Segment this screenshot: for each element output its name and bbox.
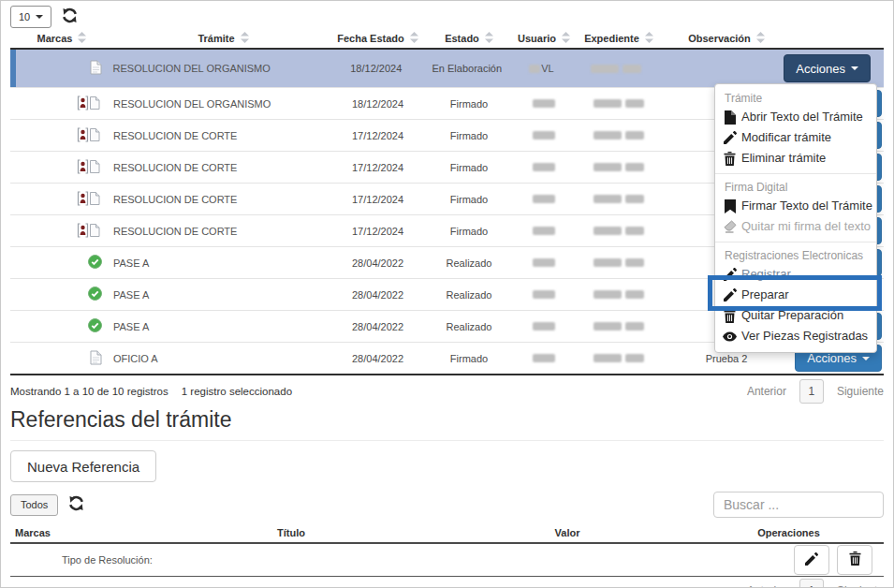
menu-section-header: Registraciones Electronicas [715,247,876,264]
redacted-usuario [533,354,555,362]
redacted-expediente [625,290,644,299]
column-header: Operaciones [694,527,884,538]
table-toolbar: 10 [10,7,884,27]
marcas-cell [10,120,113,151]
pagination-page-1[interactable]: 1 [799,579,824,588]
column-header[interactable]: Marcas [10,32,113,45]
new-reference-button[interactable]: Nueva Referencia [10,450,156,482]
column-header: Marcas [10,527,141,538]
redacted-expediente [625,322,644,331]
pagination-prev[interactable]: Anterior [747,584,786,588]
edit-reference-button[interactable] [794,545,829,575]
expediente-cell [572,184,666,214]
usuario-text: VL [541,63,553,74]
menu-item-firmar-texto-del-tr-mite[interactable]: Firmar Texto del Trámite [715,196,876,216]
page-size-select[interactable]: 10 [10,6,51,28]
tramites-page: 10 MarcasTrámiteFecha EstadoEstadoUsuari… [0,0,894,588]
sort-icon [485,32,493,45]
redacted-expediente [594,354,622,362]
menu-item-ver-piezas-registradas[interactable]: Ver Piezas Registradas [715,326,876,346]
table-row[interactable]: RESOLUCION DEL ORGANISMO18/12/2024En Ela… [10,50,884,87]
menu-item-registrar[interactable]: Registrar [715,264,876,285]
estado-cell: Firmado [422,215,516,246]
check-circle-icon [88,318,102,334]
references-table-header: MarcasTítuloValorOperaciones [10,523,884,544]
pencil-icon [723,268,737,281]
sort-icon [562,32,570,45]
pencil-icon [805,552,818,568]
tramite-cell: PASE A [113,247,333,278]
usuario-cell [516,88,572,119]
todos-filter-button[interactable]: Todos [10,494,58,516]
tramite-cell: RESOLUCION DEL ORGANISMO [113,50,332,87]
pagination-prev[interactable]: Anterior [747,385,786,398]
signed-document-icon [77,223,102,240]
sort-icon [756,32,765,45]
refresh-button[interactable] [61,7,79,27]
column-header[interactable]: Fecha Estado [333,32,422,45]
pagination: Anterior 1 Siguiente [747,379,884,404]
search-input[interactable] [713,492,884,518]
redacted-usuario [533,163,555,171]
fecha-estado-cell: 28/04/2022 [333,343,422,374]
sort-icon [78,32,86,45]
eraser-icon [723,220,737,233]
redacted-expediente [591,65,619,73]
column-header[interactable]: Trámite [113,32,333,45]
menu-item-modificar-tr-mite[interactable]: Modificar trámite [715,127,876,148]
usuario-cell [516,279,572,310]
usuario-cell [516,184,572,214]
estado-cell: Realizado [422,247,516,278]
pagination-next[interactable]: Siguiente [837,584,884,588]
chevron-down-icon [36,15,43,19]
pencil-icon [723,131,737,144]
expediente-cell [572,215,666,246]
marcas-cell [10,279,113,310]
redacted-usuario [533,131,555,140]
references-refresh-button[interactable] [67,494,85,515]
column-header[interactable]: Usuario [516,32,572,45]
redacted-expediente [594,227,622,235]
references-table: MarcasTítuloValorOperaciones Tipo de Res… [10,523,884,588]
document-icon [90,350,102,367]
column-header[interactable]: Estado [422,32,516,45]
menu-divider [715,173,876,174]
estado-cell: Firmado [422,152,516,183]
redacted-expediente [594,290,622,299]
menu-item-abrir-texto-del-tr-mite[interactable]: Abrir Texto del Trámite [715,107,876,127]
estado-cell: Firmado [422,343,516,374]
column-header[interactable]: Observación [666,32,787,45]
pagination-page-1[interactable]: 1 [799,379,824,404]
tramite-cell: RESOLUCION DE CORTE [113,152,333,183]
expediente-cell [572,279,666,310]
redacted-expediente [594,99,622,108]
expediente-cell [569,50,663,87]
actions-cell: Acciones [784,50,884,87]
delete-reference-button[interactable] [837,545,872,575]
eye-icon [723,331,737,342]
menu-item-eliminar-tr-mite[interactable]: Eliminar trámite [715,148,876,169]
signed-document-icon [77,127,102,144]
redacted-expediente [594,163,622,171]
redacted-expediente [594,195,622,203]
selected-info: 1 registro seleccionado [182,386,292,397]
fecha-estado-cell: 17/12/2024 [333,184,422,214]
marcas-cell [10,50,113,87]
column-header[interactable]: Expediente [572,32,666,45]
menu-item-quitar-preparaci-n[interactable]: Quitar Preparación [715,305,876,326]
estado-cell: Realizado [422,279,516,310]
bookmark-icon [723,199,737,213]
tramite-cell: PASE A [113,279,333,310]
trash-icon [723,309,737,323]
menu-item-preparar[interactable]: Preparar [715,285,876,305]
marcas-cell [10,247,113,278]
marcas-cell [10,152,113,183]
references-title: Referencias del trámite [10,407,884,441]
tramites-table-footer: Mostrando 1 a 10 de 10 registros 1 regis… [10,381,884,402]
refresh-icon [61,7,79,27]
tramite-cell: RESOLUCION DEL ORGANISMO [113,88,333,119]
expediente-cell [572,247,666,278]
acciones-button[interactable]: Acciones [784,54,871,82]
pagination-next[interactable]: Siguiente [837,385,884,398]
reference-row: Tipo de Resolución: [10,544,884,577]
